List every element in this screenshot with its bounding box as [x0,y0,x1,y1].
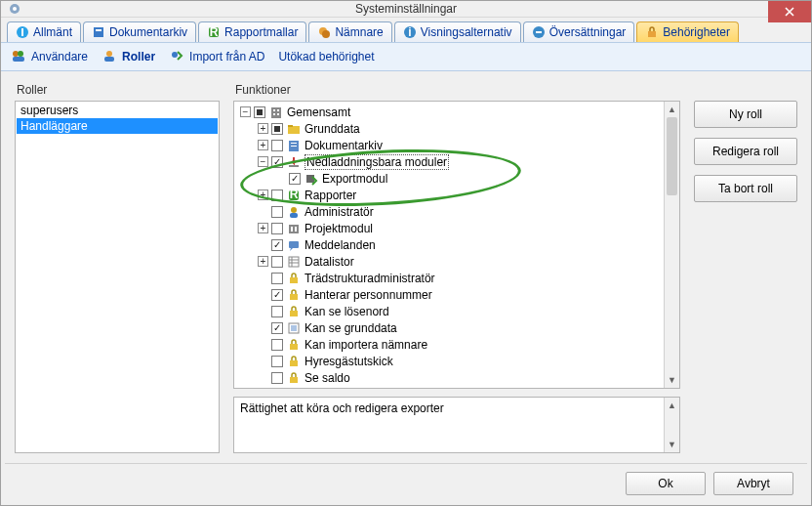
svg-rect-47 [290,377,298,383]
toolbar-label: Roller [122,50,155,63]
ok-button[interactable]: Ok [626,472,706,495]
svg-point-19 [172,52,178,58]
checkbox[interactable]: ✓ [271,239,283,251]
checkbox[interactable] [271,356,283,367]
tab-rapportmallar[interactable]: RRapportmallar [198,21,306,42]
tree-node[interactable]: +RRapporter [234,187,679,203]
tree-node-label: Meddelanden [304,238,376,252]
expander-icon[interactable]: + [258,256,268,267]
scroll-down-icon[interactable]: ▼ [665,372,679,388]
roles-listbox[interactable]: superusersHandläggare [15,101,220,453]
checkbox[interactable] [271,372,283,384]
tree-node[interactable]: +Dokumentarkiv [234,137,679,153]
tree-node[interactable]: −Gemensamt [234,104,679,120]
scroll-down-icon[interactable]: ▼ [665,437,679,452]
checkbox[interactable] [271,273,283,284]
scroll-up-icon[interactable]: ▲ [665,398,679,413]
titlebar: Systeminställningar [1,1,811,18]
tree-node[interactable]: +Grunddata [234,120,679,137]
tree-node-label: Hyresgästutskick [304,355,393,368]
expander-icon[interactable]: + [258,190,268,200]
lock-icon [287,355,301,368]
scroll-thumb[interactable] [667,117,677,195]
tree-node[interactable]: Hyresgästutskick [234,353,679,369]
checkbox[interactable]: ✓ [271,156,283,168]
roles-column: Roller superusersHandläggare [15,81,220,453]
checkbox[interactable] [271,190,283,201]
tree-node[interactable]: +Projektmodul [234,220,679,236]
tree-node[interactable]: Trädstrukturadministratör [234,270,679,286]
expander-icon[interactable]: + [258,123,268,134]
expander-spacer [258,322,268,333]
svg-rect-46 [290,360,298,366]
close-icon [785,7,794,17]
tab-dokumentarkiv[interactable]: Dokumentarkiv [83,21,196,42]
checkbox[interactable] [271,140,283,151]
checkbox[interactable] [271,206,283,218]
expander-icon[interactable]: + [258,140,268,150]
expander-icon[interactable]: − [240,106,251,117]
svg-rect-45 [290,344,298,350]
toolbar-roller[interactable]: Roller [102,49,155,64]
lock-icon [287,338,301,352]
expander-icon[interactable]: − [258,156,268,167]
toolbar-användare[interactable]: Användare [11,49,88,64]
delete-role-button[interactable]: Ta bort roll [694,175,797,202]
tree-node[interactable]: Kan se lösenord [234,303,679,319]
tree-node[interactable]: ✓Hanterar personnummer [234,286,679,303]
tree-scrollbar[interactable]: ▲ ▼ [664,102,679,388]
description-box: Rättighet att köra och redigera exporter… [233,397,680,453]
tree-node[interactable]: ✓Kan se grunddata [234,319,679,336]
tab-allmänt[interactable]: Allmänt [7,21,81,42]
tab-icon [16,25,29,39]
tree-node[interactable]: −✓Nedladdningsbara moduler [234,153,679,170]
svg-point-34 [291,207,297,213]
checkbox[interactable] [271,306,283,317]
tab-nämnare[interactable]: Nämnare [308,21,391,42]
checkbox[interactable]: ✓ [271,322,283,334]
checkbox[interactable] [271,123,283,135]
expander-icon[interactable]: + [258,223,268,233]
checkbox[interactable] [254,106,265,118]
delete-role-label: Ta bort roll [718,182,773,195]
tree-node[interactable]: Administratör [234,203,679,220]
functions-tree[interactable]: −Gemensamt+Grunddata+Dokumentarkiv−✓Nedl… [233,101,680,389]
tree-node[interactable]: Se saldo [234,369,679,386]
checkbox[interactable] [271,223,283,234]
new-role-button[interactable]: Ny roll [694,101,797,128]
desc-scrollbar[interactable]: ▲ ▼ [664,398,679,452]
edit-role-button[interactable]: Redigera roll [694,138,797,165]
tree-node[interactable]: +Datalistor [234,253,679,270]
toolbar-utökad-behörighet[interactable]: Utökad behörighet [278,50,374,63]
cancel-button[interactable]: Avbryt [713,472,793,495]
svg-rect-39 [289,241,299,248]
tab-visningsalternativ[interactable]: iVisningsalternativ [394,21,521,42]
tree-node[interactable]: ✓Meddelanden [234,236,679,253]
svg-rect-40 [289,257,299,267]
checkbox[interactable]: ✓ [271,289,283,301]
checkbox[interactable]: ✓ [289,173,301,185]
sub-toolbar: AnvändareRollerImport från ADUtökad behö… [1,42,811,71]
new-role-label: Ny roll [729,107,762,121]
window-title: Systeminställningar [1,2,811,16]
toolbar-import-från-ad[interactable]: Import från AD [169,49,264,64]
tree-node-label: Grunddata [304,122,360,136]
role-item[interactable]: superusers [17,103,218,118]
tab-icon [532,25,546,39]
tab-översättningar[interactable]: Översättningar [523,21,635,42]
tree-node-label: Kan se lösenord [304,305,389,318]
tab-label: Allmänt [33,25,72,39]
tree-node[interactable]: ✓Exportmodul [234,170,679,187]
close-button[interactable] [768,1,811,22]
app-window: Systeminställningar AllmäntDokumentarkiv… [0,0,812,506]
checkbox[interactable] [271,339,283,351]
tree-node[interactable]: Kan importera nämnare [234,336,679,353]
scroll-up-icon[interactable]: ▲ [665,102,679,117]
checkbox[interactable] [271,256,283,268]
ok-label: Ok [658,477,672,490]
tab-behörigheter[interactable]: Behörigheter [636,21,739,42]
role-item[interactable]: Handläggare [17,118,218,134]
lock-icon [287,288,301,302]
expander-spacer [258,339,268,350]
roles-label: Roller [15,81,220,101]
